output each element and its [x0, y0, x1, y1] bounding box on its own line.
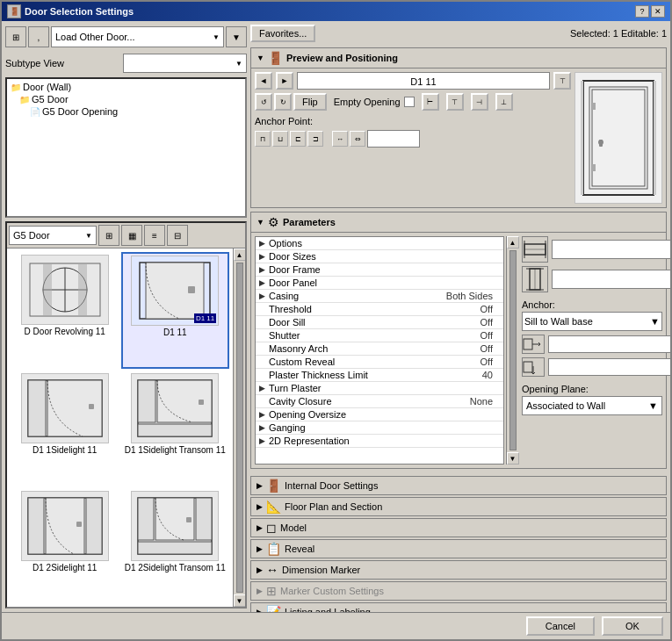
cancel-button[interactable]: Cancel [526, 616, 595, 636]
params-content: ▶ Options ▶ Door Sizes ▶ Door Frame [251, 233, 666, 468]
ok-button[interactable]: OK [602, 616, 663, 636]
param-custom-reveal[interactable]: ▶ Custom Reveal Off [256, 356, 503, 369]
height-input[interactable]: 2100 [552, 270, 670, 289]
listing-row[interactable]: ▶ 📝 Listing and Labeling [250, 602, 667, 612]
door-name-display: D1 11 [297, 72, 550, 90]
scroll-thumb[interactable] [236, 263, 243, 593]
anchor-pos-1[interactable]: ⊓ [255, 131, 271, 147]
anchor-pos-2[interactable]: ⊔ [272, 131, 288, 147]
next-button[interactable]: ► [276, 72, 293, 90]
title-buttons: ? ✕ [635, 5, 665, 18]
param-door-frame[interactable]: ▶ Door Frame [256, 263, 503, 277]
param-door-panel[interactable]: ▶ Door Panel [256, 277, 503, 290]
param-2d-repr[interactable]: ▶ 2D Representation [256, 435, 503, 448]
expand-button[interactable]: ▼ [226, 26, 247, 47]
param-threshold[interactable]: ▶ Threshold Off [256, 303, 503, 316]
arrow-icon: ▶ [259, 436, 265, 445]
flip-button[interactable]: Flip [293, 93, 327, 111]
internal-door-settings-row[interactable]: ▶ 🚪 Internal Door Settings [250, 476, 667, 495]
dimension-marker-row[interactable]: ▶ ↔ Dimension Marker [250, 560, 667, 580]
anchor-corner-btn[interactable]: ⊤ [553, 72, 571, 90]
param-opening-oversize[interactable]: ▶ Opening Oversize [256, 408, 503, 421]
grid-icon-button[interactable]: ⊞ [5, 26, 26, 47]
param-door-sill[interactable]: ▶ Door Sill Off [256, 316, 503, 329]
subtype-dropdown[interactable]: ▼ [123, 54, 248, 73]
model-label: Model [280, 522, 307, 533]
list-icon-button[interactable]: , [28, 26, 49, 47]
height-row: 2100 [522, 266, 662, 292]
help-button[interactable]: ? [635, 5, 649, 18]
params-scroll-thumb[interactable] [509, 250, 517, 450]
marker-custom-row[interactable]: ▶ ⊞ Marker Custom Settings [250, 581, 667, 601]
width-input[interactable]: 900 [552, 240, 670, 259]
svg-rect-27 [138, 542, 212, 554]
arrow-icon: ▶ [257, 523, 263, 532]
rotate-icon[interactable]: ↺ [255, 93, 272, 111]
thumb-view2-btn[interactable]: ≡ [144, 225, 165, 246]
thumbnail-scrollbar[interactable]: ▲ ▼ [233, 248, 245, 607]
tree-item-door-wall[interactable]: 📁 Door (Wall) [9, 81, 243, 93]
value1-input[interactable]: 0 [548, 335, 670, 353]
reveal-row[interactable]: ▶ 📋 Reveal [250, 539, 667, 558]
anchor-top-btn[interactable]: ⊤ [446, 93, 464, 111]
thumb-item-sidelight1[interactable]: D1 1Sidelight 11 [11, 371, 119, 486]
param-options[interactable]: ▶ Options [256, 237, 503, 250]
floor-plan-row[interactable]: ▶ 📐 Floor Plan and Section [250, 497, 667, 516]
thumb-type-dropdown[interactable]: G5 Door ▼ [9, 226, 97, 245]
anchor-value-input[interactable]: 0 [367, 130, 420, 148]
thumb-view1-btn[interactable]: ▦ [121, 225, 142, 246]
thumb-item-d1-11[interactable]: D1 11 D1 11 [121, 252, 230, 369]
thumb-view3-btn[interactable]: ⊟ [167, 225, 188, 246]
thumb-item-revolving[interactable]: D Door Revolving 11 [11, 252, 119, 369]
param-turn-plaster[interactable]: ▶ Turn Plaster [256, 382, 503, 395]
model-row[interactable]: ▶ ◻ Model [250, 518, 667, 537]
dimension-marker-label: Dimension Marker [282, 565, 360, 575]
value2-input[interactable]: 0 [548, 358, 670, 376]
load-door-dropdown[interactable]: Load Other Door... ▼ [51, 26, 224, 47]
preview-icon: 🚪 [268, 51, 283, 65]
close-button[interactable]: ✕ [651, 5, 665, 18]
prev-button[interactable]: ◄ [255, 72, 272, 90]
thumb-item-sidelight1t[interactable]: D1 1Sidelight Transom 11 [121, 371, 230, 486]
tree-item-g5-door-opening[interactable]: 📄 G5 Door Opening [9, 105, 243, 118]
param-masonry-arch[interactable]: ▶ Masonry Arch Off [256, 342, 503, 356]
empty-opening-checkbox[interactable] [404, 97, 415, 107]
anchor-bottom-btn[interactable]: ⊥ [495, 93, 513, 111]
params-section-header[interactable]: ▼ ⚙ Parameters [251, 212, 666, 233]
preview-section-header[interactable]: ▼ 🚪 Preview and Positioning [251, 48, 666, 68]
tree-item-g5-door[interactable]: 📁 G5 Door [9, 93, 243, 105]
main-content: ⊞ , Load Other Door... ▼ ▼ Subtype View … [2, 21, 670, 612]
param-shutter[interactable]: ▶ Shutter Off [256, 329, 503, 342]
empty-opening-label: Empty Opening [334, 97, 401, 107]
anchor-select-arrow: ▼ [650, 316, 660, 327]
anchor-pos-4[interactable]: ⊐ [307, 131, 323, 147]
svg-rect-37 [654, 81, 656, 195]
param-plaster[interactable]: ▶ Plaster Thickness Limit 40 [256, 369, 503, 382]
params-scrollbar[interactable]: ▲ ▼ [506, 236, 518, 465]
param-casing[interactable]: ▶ Casing Both Sides [256, 290, 503, 303]
param-cavity-closure[interactable]: ▶ Cavity Closure None [256, 395, 503, 408]
params-scroll-down[interactable]: ▼ [507, 452, 519, 465]
params-scroll-up[interactable]: ▲ [507, 236, 519, 248]
arrow-icon: ▶ [259, 384, 265, 393]
empty-opening-row: Empty Opening [334, 97, 415, 107]
thumb-item-sidelight2t[interactable]: D1 2Sidelight Transom 11 [121, 488, 230, 603]
thumb-img-revolving [21, 255, 109, 325]
rotate2-icon[interactable]: ↻ [274, 93, 292, 111]
anchor-left-btn[interactable]: ⊣ [471, 93, 488, 111]
scroll-up-btn[interactable]: ▲ [234, 248, 246, 261]
scroll-down-btn[interactable]: ▼ [234, 594, 246, 607]
anchor-select-value: Sill to Wall base [524, 316, 593, 327]
anchor-right-btn[interactable]: ⊢ [422, 93, 439, 111]
anchor-select[interactable]: Sill to Wall base ▼ [522, 312, 662, 331]
param-ganging[interactable]: ▶ Ganging [256, 421, 503, 435]
favorites-button[interactable]: Favorites... [250, 25, 315, 42]
anchor-pos-3[interactable]: ⊏ [290, 131, 306, 147]
thumb-settings-btn[interactable]: ⊞ [98, 225, 119, 246]
opening-plane-select[interactable]: Associated to Wall ▼ [522, 396, 662, 415]
load-door-label: Load Other Door... [55, 32, 135, 42]
param-door-sizes[interactable]: ▶ Door Sizes [256, 250, 503, 263]
svg-rect-50 [524, 362, 532, 372]
opening-plane-value: Associated to Wall [526, 400, 605, 411]
thumb-item-sidelight2[interactable]: D1 2Sidelight 11 [11, 488, 119, 603]
